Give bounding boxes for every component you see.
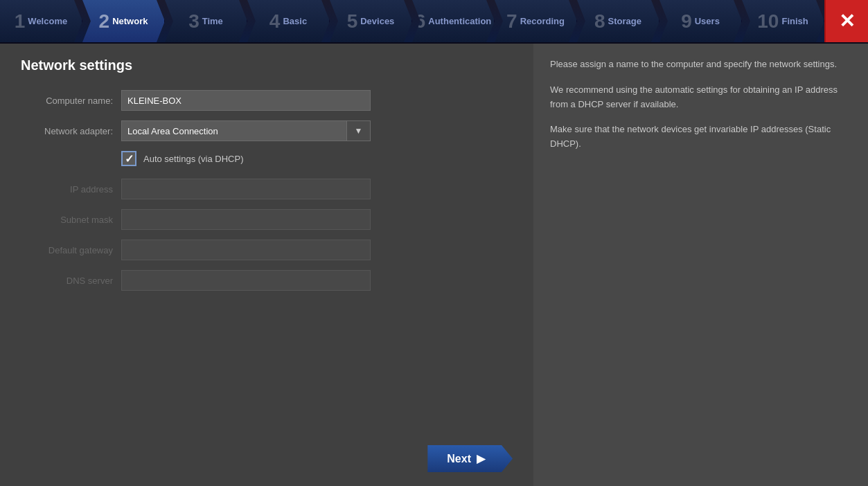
next-button-label: Next (447, 453, 471, 465)
network-adapter-dropdown[interactable]: Local Area Connection ▼ (121, 120, 371, 141)
nav-number-1: 1 (15, 12, 26, 31)
nav-item-network[interactable]: 2 Network (82, 0, 165, 42)
nav-item-users[interactable]: 9 Users (659, 0, 742, 42)
subnet-mask-label: Subnet mask (21, 215, 121, 225)
next-button[interactable]: Next ▶ (427, 445, 513, 472)
nav-number-9: 9 (681, 12, 692, 31)
dns-server-input[interactable] (121, 270, 371, 291)
help-text-1: Please assign a name to the computer and… (550, 57, 851, 72)
top-navigation: 1 Welcome 2 Network 3 Time 4 Basic 5 Dev… (0, 0, 868, 44)
nav-label-welcome: Welcome (28, 16, 67, 26)
nav-number-4: 4 (269, 12, 281, 31)
network-adapter-label: Network adapter: (21, 126, 121, 136)
subnet-mask-input[interactable] (121, 209, 371, 230)
computer-name-row: Computer name: (21, 90, 513, 111)
nav-label-network: Network (112, 16, 148, 26)
nav-number-6: 6 (415, 12, 426, 31)
nav-number-7: 7 (506, 12, 517, 31)
ip-address-row: IP address (21, 179, 513, 199)
close-icon: ✕ (839, 10, 855, 33)
network-adapter-row: Network adapter: Local Area Connection ▼ (21, 120, 513, 141)
nav-label-time: Time (202, 16, 223, 26)
ip-address-input[interactable] (121, 179, 371, 199)
nav-item-storage[interactable]: 8 Storage (577, 0, 659, 42)
main-content: Network settings Computer name: Network … (0, 44, 868, 486)
next-arrow-icon: ▶ (477, 452, 485, 465)
nav-label-devices: Devices (360, 16, 394, 26)
computer-name-input[interactable] (121, 90, 371, 111)
ip-address-label: IP address (21, 184, 121, 195)
nav-number-2: 2 (99, 12, 110, 31)
network-adapter-value: Local Area Connection (122, 121, 346, 141)
dns-server-label: DNS server (21, 276, 121, 286)
help-text-2: We recommend using the automatic setting… (550, 83, 851, 112)
left-panel: Network settings Computer name: Network … (0, 44, 533, 486)
nav-item-finish[interactable]: 10 Finish (742, 0, 824, 42)
nav-item-recording[interactable]: 7 Recording (495, 0, 577, 42)
nav-label-authentication: Authentication (428, 16, 491, 26)
default-gateway-label: Default gateway (21, 245, 121, 255)
nav-label-storage: Storage (608, 16, 641, 26)
computer-name-label: Computer name: (21, 96, 121, 106)
nav-item-authentication[interactable]: 6 Authentication (412, 0, 495, 42)
panel-title: Network settings (21, 57, 513, 73)
subnet-mask-row: Subnet mask (21, 209, 513, 230)
nav-item-devices[interactable]: 5 Devices (330, 0, 412, 42)
auto-settings-label: Auto settings (via DHCP) (143, 154, 244, 164)
dropdown-arrow-icon[interactable]: ▼ (346, 121, 370, 141)
default-gateway-row: Default gateway (21, 240, 513, 260)
help-text-3: Make sure that the network devices get i… (550, 123, 851, 152)
nav-item-basic[interactable]: 4 Basic (247, 0, 330, 42)
close-button[interactable]: ✕ (824, 0, 868, 42)
right-panel: Please assign a name to the computer and… (533, 44, 868, 486)
nav-label-recording: Recording (520, 16, 565, 26)
nav-number-8: 8 (594, 12, 605, 31)
nav-item-time[interactable]: 3 Time (165, 0, 247, 42)
default-gateway-input[interactable] (121, 240, 371, 260)
nav-number-10: 10 (757, 12, 779, 31)
dns-server-row: DNS server (21, 270, 513, 291)
nav-item-welcome[interactable]: 1 Welcome (0, 0, 82, 42)
nav-number-3: 3 (188, 12, 200, 31)
nav-label-basic: Basic (283, 16, 307, 26)
nav-number-5: 5 (347, 12, 358, 31)
auto-settings-checkbox[interactable] (121, 151, 136, 166)
nav-label-users: Users (695, 16, 720, 26)
auto-settings-row: Auto settings (via DHCP) (121, 151, 513, 166)
nav-label-finish: Finish (781, 16, 808, 26)
